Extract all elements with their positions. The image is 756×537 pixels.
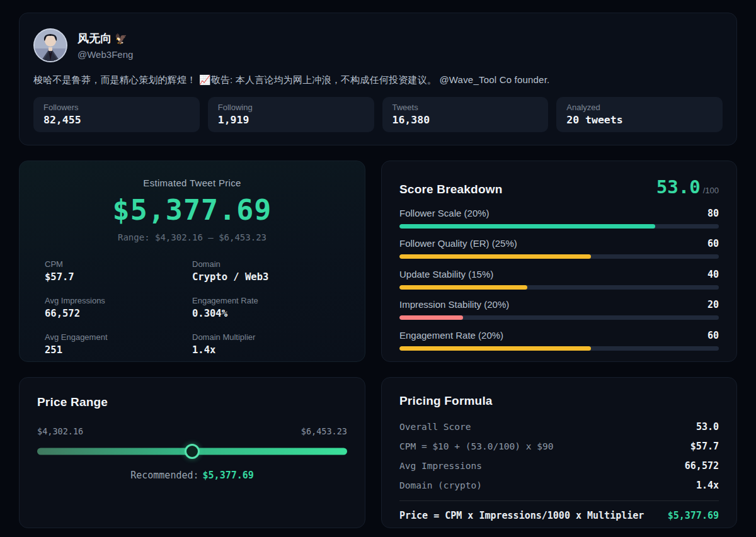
stat-box-followers: Followers 82,455 — [33, 97, 200, 132]
formula-value: 66,572 — [685, 460, 719, 472]
formula-row-avg-impressions: Avg Impressions 66,572 — [399, 460, 719, 472]
overall-score-value: 53.0 — [656, 176, 701, 198]
stat-box-analyzed: Analyzed 20 tweets — [556, 97, 723, 132]
formula-row-cpm: CPM = $10 + (53.0/100) x $90 $57.7 — [399, 441, 719, 452]
score-bar-fill — [399, 224, 655, 229]
score-bar-label: Engagement Rate (20%) — [399, 330, 503, 341]
score-bar-fill — [399, 254, 591, 259]
range-max-label: $6,453.23 — [301, 426, 347, 436]
score-bar-value: 20 — [707, 299, 719, 310]
score-bar-label: Follower Quality (ER) (25%) — [399, 238, 517, 249]
avatar-illustration — [35, 30, 66, 61]
recommended-label: Recommended: — [130, 470, 198, 481]
formula-total-label: Price = CPM x Impressions/1000 x Multipl… — [399, 510, 644, 521]
stat-box-following: Following 1,919 — [208, 97, 374, 132]
score-row-impression-stability: Impression Stability (20%) 20 — [399, 299, 719, 320]
recommended-value: $5,377.69 — [203, 470, 254, 481]
metric-value: Crypto / Web3 — [192, 271, 340, 283]
profile-stats-row: Followers 82,455 Following 1,919 Tweets … — [33, 97, 723, 132]
price-range-card: Price Range $4,302.16 $6,453.23 Recommen… — [19, 377, 365, 528]
estimated-price-value: $5,377.69 — [36, 193, 348, 227]
score-max-label: /100 — [703, 186, 719, 195]
profile-card: 风无向🦅 @Web3Feng 梭哈不是鲁莽，而是精心策划的辉煌！ 📈敬告: 本人… — [19, 13, 737, 145]
stat-value: 1,919 — [218, 114, 364, 126]
score-bar-track — [399, 346, 719, 351]
score-bar-label: Follower Scale (20%) — [399, 208, 490, 218]
metric-engagement-rate: Engagement Rate 0.304% — [192, 296, 340, 319]
recommended-price: Recommended:$5,377.69 — [37, 470, 347, 481]
formula-value: 1.4x — [696, 480, 719, 491]
formula-row-domain: Domain (crypto) 1.4x — [399, 480, 719, 491]
score-bar-value: 60 — [707, 330, 719, 341]
metric-avg-engagement: Avg Engagement 251 — [45, 332, 192, 356]
score-bar-track — [399, 224, 719, 229]
score-bar-value: 60 — [707, 238, 719, 249]
formula-value: 53.0 — [696, 421, 719, 432]
range-min-label: $4,302.16 — [37, 426, 83, 436]
metric-avg-impressions: Avg Impressions 66,572 — [45, 296, 192, 319]
metric-domain: Domain Crypto / Web3 — [192, 259, 340, 283]
score-bar-fill — [399, 346, 591, 351]
estimated-price-card: Estimated Tweet Price $5,377.69 Range: $… — [19, 161, 365, 362]
metric-label: Domain — [192, 259, 340, 269]
stat-label: Followers — [43, 103, 190, 112]
formula-label: CPM = $10 + (53.0/100) x $90 — [399, 441, 553, 451]
metric-value: 1.4x — [192, 344, 340, 356]
price-slider[interactable] — [37, 444, 347, 459]
profile-bio: 梭哈不是鲁莽，而是精心策划的辉煌！ 📈敬告: 本人言论均为网上冲浪，不构成任何投… — [33, 74, 723, 86]
formula-total-row: Price = CPM x Impressions/1000 x Multipl… — [399, 510, 719, 521]
metric-value: $57.7 — [45, 271, 192, 283]
avatar — [33, 28, 67, 62]
price-range-text: Range: $4,302.16 — $6,453.23 — [36, 232, 348, 242]
stat-value: 16,380 — [392, 114, 539, 126]
stat-box-tweets: Tweets 16,380 — [382, 97, 549, 132]
range-card-title: Price Range — [37, 395, 347, 409]
slider-thumb[interactable] — [185, 444, 200, 459]
formula-rows: Overall Score 53.0 CPM = $10 + (53.0/100… — [399, 421, 719, 491]
pricing-formula-card: Pricing Formula Overall Score 53.0 CPM =… — [381, 377, 737, 528]
score-bar-fill — [399, 315, 463, 320]
metric-cpm: CPM $57.7 — [45, 259, 192, 283]
formula-label: Overall Score — [399, 422, 471, 432]
formula-total-value: $5,377.69 — [668, 510, 719, 521]
metric-value: 66,572 — [45, 308, 192, 319]
formula-label: Avg Impressions — [399, 461, 482, 471]
metric-label: CPM — [45, 259, 192, 269]
metric-label: Avg Impressions — [45, 296, 192, 305]
profile-handle: @Web3Feng — [77, 49, 133, 60]
metric-value: 0.304% — [192, 308, 340, 319]
formula-value: $57.7 — [690, 441, 719, 452]
score-row-engagement-rate: Engagement Rate (20%) 60 — [399, 330, 719, 351]
metric-label: Domain Multiplier — [192, 332, 340, 342]
metric-value: 251 — [45, 344, 192, 356]
score-bar-track — [399, 315, 719, 320]
formula-row-overall-score: Overall Score 53.0 — [399, 421, 719, 432]
score-bar-value: 40 — [707, 269, 719, 280]
score-bar-value: 80 — [707, 208, 719, 219]
price-card-title: Estimated Tweet Price — [36, 178, 348, 188]
formula-label: Domain (crypto) — [399, 480, 482, 490]
analytics-page: 风无向🦅 @Web3Feng 梭哈不是鲁莽，而是精心策划的辉煌！ 📈敬告: 本人… — [0, 0, 756, 537]
stat-label: Following — [218, 103, 364, 112]
profile-name-text: 风无向 — [77, 32, 112, 45]
score-bar-label: Impression Stability (20%) — [399, 299, 509, 310]
stat-label: Tweets — [392, 103, 539, 112]
score-bar-track — [399, 254, 719, 259]
score-bar-fill — [399, 285, 527, 290]
score-card-title: Score Breakdown — [399, 183, 503, 196]
metric-label: Avg Engagement — [45, 332, 192, 342]
score-row-update-stability: Update Stability (15%) 40 — [399, 269, 719, 290]
score-row-follower-scale: Follower Scale (20%) 80 — [399, 208, 719, 229]
stat-value: 20 tweets — [566, 114, 713, 126]
stat-label: Analyzed — [566, 103, 713, 112]
profile-identity: 风无向🦅 @Web3Feng — [77, 31, 133, 60]
score-bar-track — [399, 285, 719, 290]
score-breakdown-card: Score Breakdown 53.0 /100 Follower Scale… — [381, 161, 737, 362]
metric-label: Engagement Rate — [192, 296, 340, 305]
formula-divider — [399, 500, 719, 501]
eagle-emoji-icon: 🦅 — [115, 33, 127, 44]
metric-domain-multiplier: Domain Multiplier 1.4x — [192, 332, 340, 356]
score-bar-label: Update Stability (15%) — [399, 269, 493, 280]
score-row-follower-quality: Follower Quality (ER) (25%) 60 — [399, 238, 719, 259]
profile-name: 风无向🦅 — [77, 31, 133, 46]
